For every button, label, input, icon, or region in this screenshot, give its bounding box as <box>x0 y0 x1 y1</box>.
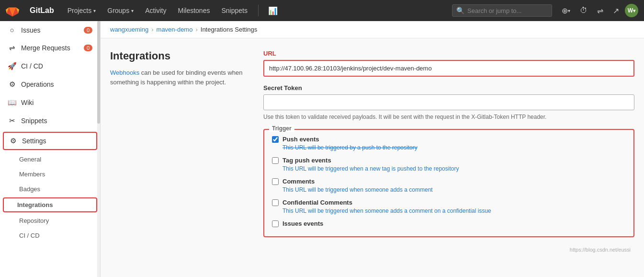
nav-right: 🔍 ⊕▾ ⏱ ⇌ ↗ W ▾ <box>448 3 638 18</box>
ci-cd-icon: 🚀 <box>8 62 16 70</box>
sidebar-sub-ci-cd[interactable]: CI / CD <box>0 228 100 243</box>
scroll-thumb <box>97 21 100 124</box>
sign-out-icon[interactable]: ↗ <box>609 3 623 18</box>
search-box[interactable]: 🔍 <box>452 4 552 17</box>
page-title: Integrations <box>110 50 244 62</box>
push-events-checkbox[interactable] <box>272 136 279 143</box>
tag-push-checkbox[interactable] <box>272 157 279 164</box>
sidebar-item-merge-requests[interactable]: ⇌ Merge Requests 0 <box>0 39 100 57</box>
watermark: https://blog.csdn.net/eussi <box>263 245 634 254</box>
settings-icon: ⚙ <box>9 137 17 145</box>
trigger-tag-push: Tag push events This URL will be trigger… <box>272 157 626 172</box>
issues-icon: ○ <box>8 26 16 34</box>
sidebar-item-wiki[interactable]: 📖 Wiki <box>0 93 100 112</box>
search-icon: 🔍 <box>456 7 464 14</box>
trigger-section: Trigger Push events This URL will be tri… <box>263 129 634 237</box>
tag-push-desc: This URL will be triggered when a new ta… <box>282 165 626 172</box>
search-input[interactable] <box>467 7 548 14</box>
content-area: wangxueming › maven-demo › Integrations … <box>101 21 644 277</box>
trigger-issues-events: Issues events <box>272 220 626 227</box>
main-content: Integrations Webhooks can be used for bi… <box>101 38 644 266</box>
sidebar-sub-repository[interactable]: Repository <box>0 213 100 228</box>
brand-label: GitLab <box>25 3 59 18</box>
nav-milestones[interactable]: Milestones <box>173 4 215 17</box>
breadcrumb-sep-1: › <box>151 26 153 33</box>
sidebar-item-operations[interactable]: ⚙ Operations <box>0 75 100 93</box>
comments-desc: This URL will be triggered when someone … <box>282 186 626 193</box>
sidebar-item-settings[interactable]: ⚙ Settings <box>3 132 97 150</box>
trigger-comments: Comments This URL will be triggered when… <box>272 178 626 193</box>
sidebar-sub-members[interactable]: Members <box>0 167 100 182</box>
issues-badge: 0 <box>84 27 92 34</box>
breadcrumb-project[interactable]: maven-demo <box>157 26 193 33</box>
nav-projects[interactable]: Projects ▾ <box>63 4 101 17</box>
webhooks-link[interactable]: Webhooks <box>110 69 139 76</box>
secret-token-input[interactable] <box>263 94 634 110</box>
nav-snippets[interactable]: Snippets <box>216 4 252 17</box>
secret-token-field-group: Secret Token Use this token to validate … <box>263 84 634 121</box>
sidebar-item-ci-cd[interactable]: 🚀 CI / CD <box>0 57 100 75</box>
page-description: Webhooks can be used for binding events … <box>110 68 244 87</box>
nav-chart-icon[interactable]: 📊 <box>264 3 282 18</box>
broadcast-icon[interactable]: ⏱ <box>576 3 591 18</box>
operations-icon: ⚙ <box>8 80 16 89</box>
tag-push-label: Tag push events <box>282 157 331 164</box>
merge-requests-badge: 0 <box>84 45 92 51</box>
nav-divider <box>258 5 259 16</box>
sidebar-sub-integrations[interactable]: Integrations <box>3 197 97 212</box>
confidential-comments-desc: This URL will be triggered when someone … <box>282 208 626 214</box>
push-events-label: Push events <box>282 136 319 143</box>
gitlab-logo[interactable] <box>6 4 19 17</box>
breadcrumb-current: Integrations Settings <box>201 26 258 33</box>
trigger-push-events: Push events This URL will be triggered b… <box>272 136 626 151</box>
secret-token-hint: Use this token to validate received payl… <box>263 113 634 121</box>
url-field-group: URL <box>263 50 634 77</box>
plus-icon[interactable]: ⊕▾ <box>558 3 574 18</box>
nav-activity[interactable]: Activity <box>140 4 171 17</box>
push-events-desc: This URL will be triggered by a push to … <box>282 144 626 151</box>
url-input[interactable] <box>263 60 634 77</box>
issues-events-label: Issues events <box>282 220 323 227</box>
comments-label: Comments <box>282 178 315 185</box>
confidential-comments-checkbox[interactable] <box>272 199 279 206</box>
left-sidebar: ○ Issues 0 ⇌ Merge Requests 0 🚀 CI / CD … <box>0 21 101 277</box>
snippets-icon: ✂ <box>8 116 16 125</box>
avatar[interactable]: W ▾ <box>625 4 638 17</box>
sidebar-sub-general[interactable]: General <box>0 152 100 167</box>
comments-checkbox[interactable] <box>272 178 279 185</box>
scroll-indicator <box>97 21 100 277</box>
url-label: URL <box>263 50 634 57</box>
issues-events-checkbox[interactable] <box>272 220 279 227</box>
left-panel: Integrations Webhooks can be used for bi… <box>110 50 244 254</box>
sidebar-sub-badges[interactable]: Badges <box>0 182 100 196</box>
trigger-confidential-comments: Confidential Comments This URL will be t… <box>272 199 626 214</box>
merge-icon[interactable]: ⇌ <box>593 3 607 18</box>
breadcrumb-root[interactable]: wangxueming <box>110 26 148 33</box>
right-panel: URL Secret Token Use this token to valid… <box>263 50 634 254</box>
breadcrumb: wangxueming › maven-demo › Integrations … <box>101 21 644 38</box>
trigger-legend: Trigger <box>269 125 294 132</box>
nav-groups[interactable]: Groups ▾ <box>102 4 138 17</box>
sidebar-item-snippets[interactable]: ✂ Snippets <box>0 112 100 130</box>
confidential-comments-label: Confidential Comments <box>282 199 352 206</box>
wiki-icon: 📖 <box>8 98 16 107</box>
top-navigation: GitLab Projects ▾ Groups ▾ Activity Mile… <box>0 0 644 21</box>
merge-requests-icon: ⇌ <box>8 44 16 52</box>
secret-token-label: Secret Token <box>263 84 634 92</box>
sidebar-item-issues[interactable]: ○ Issues 0 <box>0 21 100 39</box>
main-layout: ○ Issues 0 ⇌ Merge Requests 0 🚀 CI / CD … <box>0 21 644 277</box>
breadcrumb-sep-2: › <box>195 26 197 33</box>
